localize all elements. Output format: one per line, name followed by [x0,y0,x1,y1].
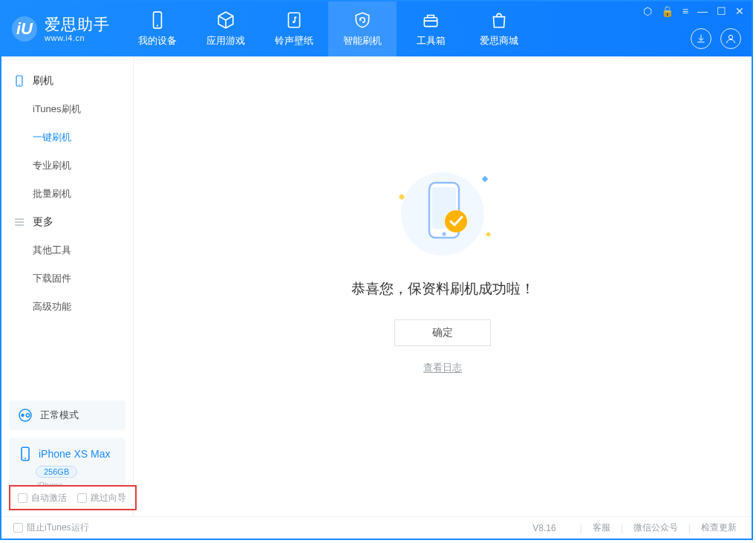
device-small-icon [18,446,33,461]
bag-icon [489,10,509,30]
mode-icon [18,408,33,423]
tab-label: 应用游戏 [206,34,245,48]
statusbar: 阻止iTunes运行 V8.16 | 客服 | 微信公众号 | 检查更新 [1,516,752,539]
tab-label: 爱思商城 [480,34,518,48]
checkbox-icon [18,493,27,503]
sidebar-item-firmware[interactable]: 下载固件 [1,264,133,293]
tab-store[interactable]: 爱思商城 [465,1,533,56]
tab-toolbox[interactable]: 工具箱 [397,1,465,56]
download-icon[interactable] [691,28,711,49]
svg-point-7 [19,84,20,85]
sidebar-item-oneclick[interactable]: 一键刷机 [1,123,133,152]
tab-my-device[interactable]: 我的设备 [123,1,192,56]
svg-point-9 [21,414,24,417]
auto-activate-checkbox[interactable]: 自动激活 [18,492,67,504]
group-title: 刷机 [33,74,53,88]
app-name: 爱思助手 [45,16,110,33]
svg-point-12 [25,458,26,459]
svg-point-3 [293,21,295,23]
svg-point-5 [729,35,732,39]
group-title: 更多 [33,215,53,229]
header-actions [691,28,741,49]
content: 恭喜您，保资料刷机成功啦！ 确定 查看日志 [134,56,752,516]
success-message: 恭喜您，保资料刷机成功啦！ [351,279,535,299]
logo: iU 爱思助手 www.i4.cn [1,1,123,56]
success-illustration [398,169,487,259]
svg-point-17 [445,210,467,233]
tab-label: 智能刷机 [343,34,382,48]
view-log-link[interactable]: 查看日志 [423,361,462,374]
svg-rect-4 [424,18,437,27]
version: V8.16 [532,523,555,533]
sidebar-scroll: 刷机 iTunes刷机 一键刷机 专业刷机 批量刷机 更多 其他工具 下载固件 … [1,56,133,400]
account-icon[interactable] [720,28,741,49]
svg-point-16 [443,232,446,235]
refresh-shield-icon [353,10,372,30]
sparkle-icon [486,231,491,236]
minimize-icon[interactable]: — [697,6,708,16]
header: iU 爱思助手 www.i4.cn 我的设备 应用游戏 铃声壁纸 [1,1,752,56]
sidebar-group-more: 更多 [1,208,133,236]
close-icon[interactable]: ✕ [735,6,744,16]
skip-guide-checkbox[interactable]: 跳过向导 [77,492,126,504]
sidebar: 刷机 iTunes刷机 一键刷机 专业刷机 批量刷机 更多 其他工具 下载固件 … [1,56,134,516]
logo-text: 爱思助手 www.i4.cn [45,16,110,42]
svg-point-1 [157,25,158,27]
tab-app-games[interactable]: 应用游戏 [192,1,260,56]
body: 刷机 iTunes刷机 一键刷机 专业刷机 批量刷机 更多 其他工具 下载固件 … [1,56,752,516]
status-link-update[interactable]: 检查更新 [698,521,740,534]
tab-label: 铃声壁纸 [275,34,313,48]
lock-icon[interactable]: 🔒 [661,6,674,16]
app-url: www.i4.cn [45,33,110,42]
device-name: iPhone XS Max [18,446,117,461]
tab-label: 我的设备 [138,34,177,48]
checkbox-icon [77,493,87,503]
maximize-icon[interactable]: ☐ [717,6,726,16]
music-file-icon [284,10,304,30]
toolbox-icon [421,10,440,30]
sidebar-item-itunes[interactable]: iTunes刷机 [1,95,133,123]
status-link-wechat[interactable]: 微信公众号 [630,521,681,534]
status-link-support[interactable]: 客服 [590,521,613,534]
svg-point-10 [26,414,29,417]
logo-icon: iU [12,16,37,42]
tab-ringtones[interactable]: 铃声壁纸 [260,1,328,56]
highlighted-options: 自动激活 跳过向导 [9,485,137,510]
window-controls: ⬡ 🔒 ≡ — ☐ ✕ [643,6,744,16]
device-capacity: 256GB [36,466,77,478]
sidebar-item-pro[interactable]: 专业刷机 [1,152,133,180]
shirt-icon[interactable]: ⬡ [643,6,652,16]
checkbox-icon [13,523,23,533]
main: 恭喜您，保资料刷机成功啦！ 确定 查看日志 [134,56,752,516]
sidebar-item-batch[interactable]: 批量刷机 [1,180,133,208]
device-mode: 正常模式 [40,409,79,422]
phone-small-icon [13,75,25,87]
app-window: iU 爱思助手 www.i4.cn 我的设备 应用游戏 铃声壁纸 [0,0,753,540]
confirm-button[interactable]: 确定 [394,319,491,346]
device-icon [148,10,167,30]
svg-rect-2 [288,13,299,27]
sidebar-group-flash: 刷机 [1,67,133,95]
list-icon [13,216,25,228]
device-mode-card[interactable]: 正常模式 [9,400,126,430]
menu-icon[interactable]: ≡ [682,6,688,16]
cube-icon [216,10,235,30]
tab-smart-flash[interactable]: 智能刷机 [328,1,397,56]
tab-label: 工具箱 [417,34,446,48]
sidebar-item-tools[interactable]: 其他工具 [1,236,133,264]
sidebar-item-advanced[interactable]: 高级功能 [1,293,133,321]
stop-itunes-checkbox[interactable]: 阻止iTunes运行 [13,521,89,534]
